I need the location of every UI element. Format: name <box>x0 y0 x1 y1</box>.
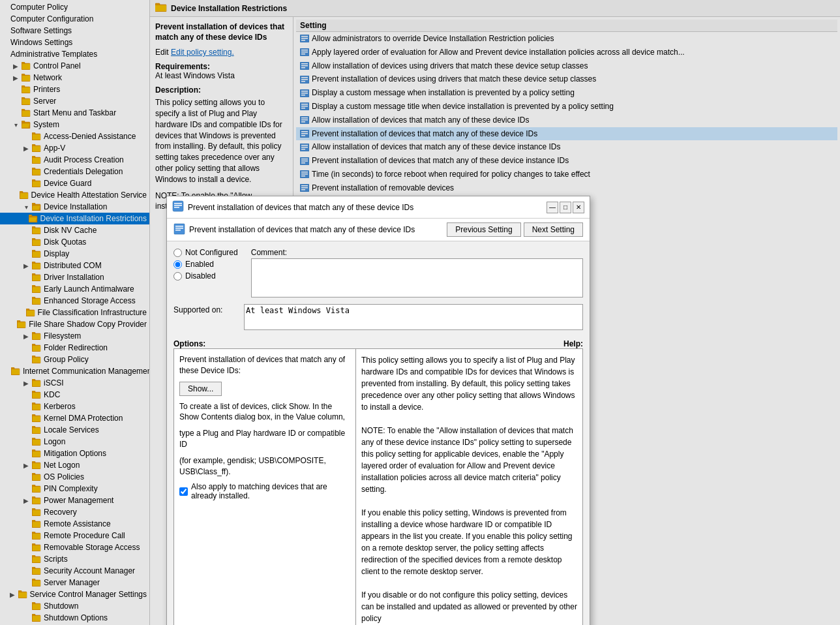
svg-rect-216 <box>175 226 183 227</box>
svg-rect-215 <box>174 224 185 234</box>
svg-rect-213 <box>174 205 182 206</box>
options-help-section: Prevent installation of devices that mat… <box>173 348 583 625</box>
svg-rect-217 <box>175 228 183 229</box>
modal-body: Not Configured Enabled Disabled Comment: <box>167 241 590 625</box>
radio-section: Not Configured Enabled Disabled Comment: <box>173 248 583 297</box>
main-container: Computer PolicyComputer ConfigurationSof… <box>0 0 840 625</box>
modal-title-left: Prevent installation of devices that mat… <box>172 200 413 214</box>
supported-on-label: Supported on: <box>173 305 239 314</box>
comment-textarea[interactable] <box>251 258 583 297</box>
maximize-button[interactable]: □ <box>560 202 571 213</box>
radio-enabled[interactable] <box>173 260 182 269</box>
options-pane: Prevent installation of devices that mat… <box>173 348 356 625</box>
close-button[interactable]: ✕ <box>573 202 584 213</box>
radio-options: Not Configured Enabled Disabled <box>173 248 238 281</box>
comment-section: Comment: <box>251 248 583 297</box>
radio-disabled-label[interactable]: Disabled <box>173 271 238 281</box>
modal-policy-name-row: Prevent installation of devices that mat… <box>173 223 447 237</box>
modal-policy-name: Prevent installation of devices that mat… <box>189 225 415 234</box>
type-instruction: type a Plug and Play hardware ID or comp… <box>179 428 350 450</box>
apply-existing-checkbox[interactable] <box>179 487 188 496</box>
example-text: (for example, gendisk; USB\COMPOSITE, US… <box>179 455 350 478</box>
modal-title: Prevent installation of devices that mat… <box>188 203 413 212</box>
next-setting-button[interactable]: Next Setting <box>524 222 583 237</box>
modal-nav-buttons: Previous Setting Next Setting <box>447 222 583 237</box>
modal-dialog: Prevent installation of devices that mat… <box>166 196 590 625</box>
checkbox-label: Also apply to matching devices that are … <box>191 482 350 500</box>
options-header-label: Options: <box>173 339 205 348</box>
svg-rect-214 <box>174 207 179 208</box>
show-button[interactable]: Show... <box>179 382 222 396</box>
supported-section: Supported on: <box>173 304 583 330</box>
radio-not-configured[interactable] <box>173 249 182 257</box>
create-instruction: To create a list of devices, click Show.… <box>179 401 350 423</box>
minimize-button[interactable]: — <box>547 202 558 213</box>
svg-rect-212 <box>174 203 182 204</box>
radio-disabled[interactable] <box>173 272 182 281</box>
svg-rect-218 <box>175 230 181 231</box>
modal-icon <box>172 200 184 214</box>
checkbox-row: Also apply to matching devices that are … <box>179 482 350 500</box>
modal-policy-header: Prevent installation of devices that mat… <box>167 219 590 241</box>
radio-enabled-label[interactable]: Enabled <box>173 260 238 269</box>
help-pane: This policy setting allows you to specif… <box>356 348 583 625</box>
supported-on-value <box>244 304 583 330</box>
help-text: This policy setting allows you to specif… <box>361 354 577 624</box>
comment-label: Comment: <box>251 248 583 257</box>
modal-policy-icon <box>173 223 185 237</box>
window-controls: — □ ✕ <box>547 202 584 213</box>
radio-not-configured-label[interactable]: Not Configured <box>173 248 238 257</box>
options-description-text: Prevent installation of devices that mat… <box>179 354 350 376</box>
previous-setting-button[interactable]: Previous Setting <box>447 222 520 237</box>
svg-rect-211 <box>173 201 183 211</box>
modal-titlebar: Prevent installation of devices that mat… <box>167 196 590 219</box>
help-header-label: Help: <box>557 339 583 348</box>
modal-overlay: Prevent installation of devices that mat… <box>0 0 840 625</box>
